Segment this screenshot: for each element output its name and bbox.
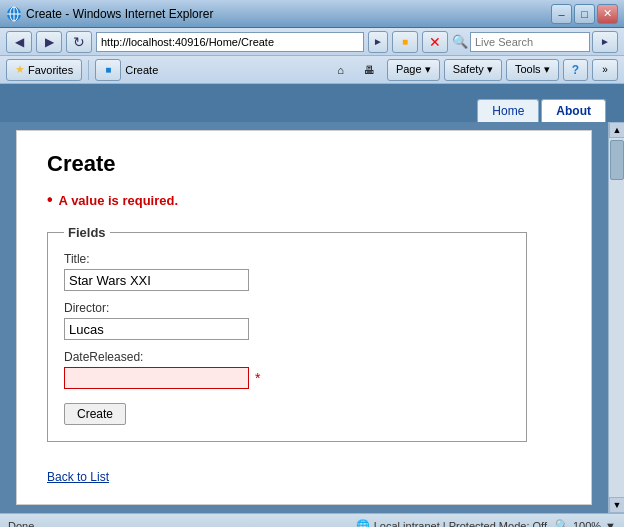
- zone-icon: 🌐: [356, 519, 370, 527]
- date-label: DateReleased:: [64, 350, 510, 364]
- fields-fieldset: Fields Title: Director: DateReleased:: [47, 225, 527, 442]
- star-icon: ★: [15, 63, 25, 76]
- validation-message: A value is required.: [59, 193, 178, 208]
- help-button[interactable]: ?: [563, 59, 588, 81]
- live-search-icon: 🔍: [452, 34, 468, 49]
- required-star-icon: *: [255, 370, 260, 386]
- refresh-stop-button[interactable]: ✕: [422, 31, 448, 53]
- title-input[interactable]: [64, 269, 249, 291]
- director-input[interactable]: [64, 318, 249, 340]
- rss-icon[interactable]: ■: [392, 31, 418, 53]
- tools-menu-button[interactable]: Tools ▾: [506, 59, 559, 81]
- forward-button[interactable]: ▶: [36, 31, 62, 53]
- back-button[interactable]: ◀: [6, 31, 32, 53]
- scrollbar[interactable]: ▲ ▼: [608, 122, 624, 513]
- zoom-icon: 🔍: [555, 519, 569, 527]
- address-input[interactable]: [96, 32, 364, 52]
- address-bar: ◀ ▶ ↻ ► ■ ✕ 🔍 ►: [0, 28, 624, 56]
- page-title: Create: [47, 151, 561, 177]
- search-input[interactable]: [470, 32, 590, 52]
- home-nav-tab[interactable]: Home: [477, 99, 539, 122]
- minimize-button[interactable]: –: [551, 4, 572, 24]
- tab-label: Create: [125, 64, 158, 76]
- back-to-list-link[interactable]: Back to List: [47, 470, 109, 484]
- content-main: Create • A value is required. Fields Tit…: [0, 122, 608, 513]
- refresh-button[interactable]: ↻: [66, 31, 92, 53]
- zoom-level: 100%: [573, 520, 601, 528]
- search-go-button[interactable]: ►: [592, 31, 618, 53]
- safety-menu-button[interactable]: Safety ▾: [444, 59, 502, 81]
- print-icon-btn[interactable]: 🖶: [356, 59, 383, 81]
- zoom-dropdown-icon: ▼: [605, 520, 616, 528]
- validation-item: • A value is required.: [47, 191, 561, 209]
- browser-content: Create • A value is required. Fields Tit…: [0, 122, 624, 513]
- status-done: Done: [8, 520, 348, 528]
- title-label: Title:: [64, 252, 510, 266]
- page-content: Create • A value is required. Fields Tit…: [16, 130, 592, 505]
- title-bar: Create - Windows Internet Explorer – □ ✕: [0, 0, 624, 28]
- tab-icon[interactable]: ■: [95, 59, 121, 81]
- validation-summary: • A value is required.: [47, 191, 561, 209]
- window-title: Create - Windows Internet Explorer: [26, 7, 551, 21]
- scroll-thumb[interactable]: [610, 140, 624, 180]
- browser-nav: Home About: [0, 84, 624, 122]
- page-menu-button[interactable]: Page ▾: [387, 59, 440, 81]
- close-button[interactable]: ✕: [597, 4, 618, 24]
- toolbar-separator: [88, 60, 89, 80]
- scroll-track[interactable]: [609, 138, 624, 497]
- status-right: 🌐 Local intranet | Protected Mode: Off 🔍…: [356, 519, 616, 527]
- title-field-group: Title:: [64, 252, 510, 291]
- director-field-group: Director:: [64, 301, 510, 340]
- scroll-down-button[interactable]: ▼: [609, 497, 624, 513]
- date-field-group: DateReleased: *: [64, 350, 510, 389]
- about-nav-tab[interactable]: About: [541, 99, 606, 122]
- bullet-icon: •: [47, 191, 53, 209]
- date-input[interactable]: [64, 367, 249, 389]
- create-button[interactable]: Create: [64, 403, 126, 425]
- status-zone: 🌐 Local intranet | Protected Mode: Off: [356, 519, 547, 527]
- window-controls[interactable]: – □ ✕: [551, 4, 618, 24]
- zoom-control[interactable]: 🔍 100% ▼: [555, 519, 616, 527]
- expand-button[interactable]: »: [592, 59, 618, 81]
- director-label: Director:: [64, 301, 510, 315]
- status-bar: Done 🌐 Local intranet | Protected Mode: …: [0, 513, 624, 527]
- browser-icon: [6, 6, 22, 22]
- maximize-button[interactable]: □: [574, 4, 595, 24]
- favorites-button[interactable]: ★ Favorites: [6, 59, 82, 81]
- home-page-icon-btn[interactable]: ⌂: [329, 59, 352, 81]
- toolbar: ★ Favorites ■ Create ⌂ 🖶 Page ▾ Safety ▾…: [0, 56, 624, 84]
- scroll-up-button[interactable]: ▲: [609, 122, 624, 138]
- date-field-row: *: [64, 367, 510, 389]
- fieldset-legend: Fields: [64, 225, 110, 240]
- go-button[interactable]: ►: [368, 31, 388, 53]
- zone-text: Local intranet | Protected Mode: Off: [374, 520, 547, 528]
